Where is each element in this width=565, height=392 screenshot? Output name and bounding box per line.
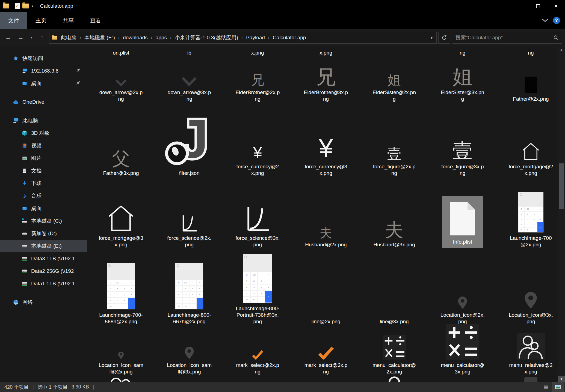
file-item[interactable]: force_mortgage@3x.png <box>87 176 155 248</box>
breadcrumb-separator-icon[interactable]: › <box>168 35 174 40</box>
breadcrumb-segment[interactable]: 小米计算器-1.0.3(越狱应用) <box>174 34 239 41</box>
sidebar-item-18[interactable]: 网络 <box>0 296 87 309</box>
breadcrumb-segment[interactable]: 此电脑 <box>60 34 78 41</box>
sidebar-item-6[interactable]: 视频 <box>0 139 87 152</box>
file-item-cut[interactable]: ib <box>155 47 223 56</box>
sidebar-item-16[interactable]: Data2 256G (\\192 <box>0 265 87 277</box>
new-folder-icon[interactable] <box>22 4 29 8</box>
file-item[interactable]: mark_select@3x.png <box>292 325 360 375</box>
search-box[interactable]: 搜索"Calculator.app" <box>452 32 562 44</box>
file-item[interactable]: Info.plist <box>428 176 497 248</box>
sidebar-item-8[interactable]: A文档 <box>0 164 87 177</box>
selected-file-highlight[interactable]: Info.plist <box>442 196 483 248</box>
tab-home[interactable]: 主页 <box>27 12 55 29</box>
file-item-partial[interactable] <box>497 375 565 382</box>
file-item-cut[interactable]: ng <box>497 47 565 56</box>
up-button[interactable]: ↑ <box>37 32 48 43</box>
help-icon[interactable]: ? <box>553 17 560 24</box>
sidebar-item-17[interactable]: Data1 1TB (\\192.1 <box>0 277 87 290</box>
minimize-button[interactable] <box>511 0 529 12</box>
file-item[interactable]: Location_icon_samll@2x.png <box>87 325 155 375</box>
sidebar-item-9[interactable]: 下载 <box>0 177 87 190</box>
file-item[interactable]: 夫Husband@3x.png <box>360 176 428 248</box>
tab-file[interactable]: 文件 <box>0 12 27 29</box>
breadcrumb-segment[interactable]: Payload <box>245 35 266 41</box>
details-view-button[interactable] <box>542 383 551 391</box>
file-item[interactable]: Location_icon_samll@3x.png <box>155 325 223 375</box>
close-button[interactable]: ✕ <box>547 0 565 12</box>
file-item[interactable]: 壹force_figure@3x.png <box>428 102 497 176</box>
address-bar[interactable]: 此电脑›本地磁盘 (E:)›downloads›apps›小米计算器-1.0.3… <box>49 32 437 44</box>
tab-share[interactable]: 共享 <box>55 12 82 29</box>
breadcrumb-segment[interactable]: 本地磁盘 (E:) <box>83 34 116 41</box>
file-item[interactable]: mark_select@2x.png <box>223 325 292 375</box>
file-item[interactable]: ⋮C⌫÷×789−456+123=%0.LaunchImage-800-Port… <box>223 248 292 325</box>
address-dropdown-chevron-icon[interactable]: ▾ <box>431 35 434 40</box>
file-item[interactable]: 姐ElderSister@2x.png <box>360 56 428 102</box>
file-item[interactable]: line@3x.png <box>360 248 428 325</box>
breadcrumb-separator-icon[interactable]: › <box>149 35 155 40</box>
file-item[interactable]: 兄ElderBrother@3x.png <box>292 56 360 102</box>
breadcrumb-separator-icon[interactable]: › <box>266 35 272 40</box>
file-item[interactable]: menu_calculator@3x.png <box>428 325 497 375</box>
sidebar-item-2[interactable]: 桌面 <box>0 77 87 90</box>
breadcrumb-segment[interactable]: apps <box>155 35 168 41</box>
scroll-down-icon[interactable]: ▼ <box>558 376 565 382</box>
sidebar-item-13[interactable]: 新加卷 (D:) <box>0 227 87 240</box>
file-item[interactable]: Location_icon@3x.png <box>497 248 565 325</box>
breadcrumb-separator-icon[interactable]: › <box>116 35 122 40</box>
sidebar-item-3[interactable]: OneDrive <box>0 96 87 108</box>
file-item[interactable]: 姐ElderSister@3x.png <box>428 56 497 102</box>
breadcrumb-segment[interactable]: Calculator.app <box>272 35 307 41</box>
file-item[interactable]: Location_icon@2x.png <box>428 248 497 325</box>
file-item[interactable]: down_arrow@3x.png <box>155 56 223 102</box>
file-item-cut[interactable]: x.png <box>223 47 292 56</box>
file-item[interactable]: Jfilter.json <box>155 102 223 176</box>
file-item[interactable]: Father@2x.png <box>497 56 565 102</box>
file-item[interactable]: line@2x.png <box>292 248 360 325</box>
file-item-cut[interactable]: on.plist <box>87 47 155 56</box>
forward-button[interactable]: → <box>15 32 26 43</box>
vertical-scrollbar[interactable]: ▲ ▼ <box>558 47 565 382</box>
file-item[interactable]: menu_calculator@2x.png <box>360 325 428 375</box>
properties-icon[interactable] <box>15 3 20 9</box>
file-item[interactable]: ⋮C⌫÷×789−456+123=%0.LaunchImage-800-667h… <box>155 248 223 325</box>
refresh-button[interactable] <box>438 32 450 44</box>
sidebar-item-4[interactable]: 此电脑 <box>0 114 87 127</box>
file-item[interactable]: down_arrow@2x.png <box>87 56 155 102</box>
file-item[interactable]: force_science@3x.png <box>223 176 292 248</box>
file-item[interactable]: ¥force_currency@2x.png <box>223 102 292 176</box>
scrollbar-thumb[interactable] <box>559 163 564 209</box>
file-item[interactable]: ¥force_currency@3x.png <box>292 102 360 176</box>
file-item[interactable]: force_science@2x.png <box>155 176 223 248</box>
recent-locations-chevron-icon[interactable]: ▾ <box>28 32 35 43</box>
sidebar-item-10[interactable]: ♪音乐 <box>0 190 87 202</box>
file-item[interactable]: menu_relatives@2x.png <box>497 325 565 375</box>
thumbnail-view-button[interactable] <box>552 382 564 392</box>
breadcrumb-separator-icon[interactable]: › <box>239 35 245 40</box>
file-item[interactable]: 壹force_figure@2x.png <box>360 102 428 176</box>
file-item[interactable]: 兄ElderBrother@2x.png <box>223 56 292 102</box>
file-item[interactable]: force_mortgage@2x.png <box>497 102 565 176</box>
qat-customize-chevron-icon[interactable]: ▾ <box>32 4 33 8</box>
sidebar-item-12[interactable]: 本地磁盘 (C:) <box>0 215 87 227</box>
sidebar-item-5[interactable]: 3D 对象 <box>0 127 87 139</box>
file-item[interactable]: ⋮C⌫÷×789−456+123=%0.LaunchImage-700@2x.p… <box>497 176 565 248</box>
breadcrumb-segment[interactable]: downloads <box>122 35 149 41</box>
maximize-button[interactable] <box>529 0 547 12</box>
sidebar-item-0[interactable]: 快速访问 <box>0 52 87 65</box>
expand-ribbon-chevron-icon[interactable] <box>542 19 548 22</box>
file-item[interactable]: ⋮C⌫÷×789−456+123=%0.LaunchImage-700-568h… <box>87 248 155 325</box>
file-item[interactable]: 父Father@3x.png <box>87 102 155 176</box>
sidebar-item-15[interactable]: Data3 1TB (\\192.1 <box>0 252 87 265</box>
sidebar-item-14[interactable]: 本地磁盘 (E:) <box>0 240 87 252</box>
file-item-cut[interactable]: x.png <box>292 47 360 56</box>
file-item[interactable]: 夫Husband@2x.png <box>292 176 360 248</box>
scroll-up-icon[interactable]: ▲ <box>558 47 565 53</box>
tab-view[interactable]: 查看 <box>82 12 109 29</box>
file-item-partial[interactable] <box>87 375 155 382</box>
breadcrumb-separator-icon[interactable]: › <box>78 35 83 40</box>
file-item-cut[interactable]: ng <box>428 47 497 56</box>
sidebar-item-7[interactable]: 图片 <box>0 152 87 164</box>
sidebar-item-1[interactable]: 192.168.3.8 <box>0 65 87 77</box>
